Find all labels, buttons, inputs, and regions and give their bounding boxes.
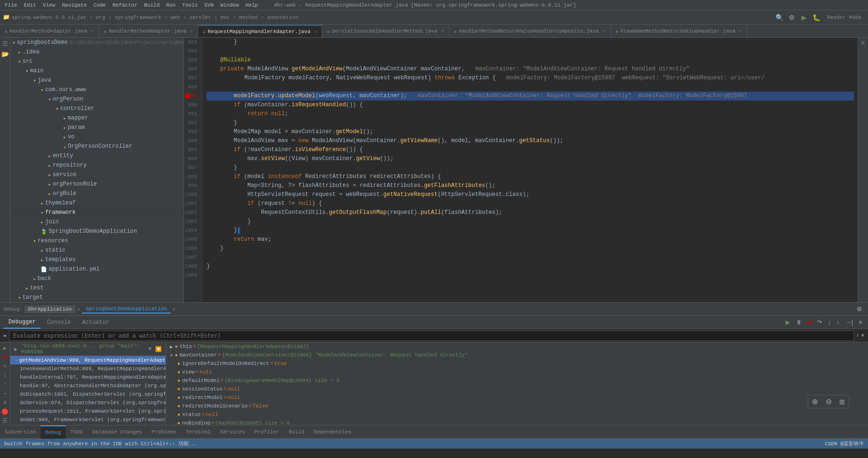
- tab-view-name-method[interactable]: ☕ ViewNameMethodReturnValueHandler.java …: [611, 25, 747, 37]
- tree-java[interactable]: ▾ java: [10, 76, 184, 85]
- var-ignore-default[interactable]: ● ignoreDefaultModelOnRedirect = true: [166, 359, 868, 368]
- actuator-tab[interactable]: Actuator: [77, 316, 114, 329]
- search-btn[interactable]: 🔍: [774, 12, 785, 23]
- var-mavcontainer[interactable]: ▾ ● mavContainer = {ModelAndViewContaine…: [166, 351, 868, 359]
- close-tab-3[interactable]: ✕: [314, 29, 317, 34]
- frame-item-0[interactable]: → getModelAndView:989, RequestMappingHan…: [10, 356, 166, 365]
- debug-structure-icon[interactable]: ☰: [1, 417, 9, 425]
- debug-eval-icon[interactable]: ≡: [1, 399, 9, 407]
- step-out-btn[interactable]: ↑: [835, 318, 842, 327]
- pause-btn[interactable]: ⏸: [794, 318, 804, 327]
- var-no-binding[interactable]: ● noBinding = {HashSet@16005} size = 0: [166, 419, 868, 425]
- tree-orgperson[interactable]: ▾ orgPerson: [10, 94, 184, 104]
- zoom-reset-btn[interactable]: ⊞: [836, 396, 848, 407]
- tree-static[interactable]: ▸ static: [10, 246, 184, 255]
- tree-service[interactable]: ▸ service: [10, 170, 184, 179]
- tree-mapper[interactable]: ▸ mapper: [10, 113, 184, 123]
- code-editor[interactable]: } @Nullable private ModelAndView getMode…: [203, 38, 858, 302]
- tree-root[interactable]: ▾ springbootsDemo D:\daidusync\disk\Idea…: [10, 38, 184, 47]
- eval-input[interactable]: [9, 331, 854, 341]
- bottom-tab-subversion[interactable]: Subversion: [0, 425, 41, 439]
- var-redirect-model[interactable]: ● redirectModel = null: [166, 393, 868, 402]
- var-default-model[interactable]: ● defaultModel = {BindingAwareModelMap@1…: [166, 376, 868, 385]
- run-btn[interactable]: ▶: [799, 12, 809, 23]
- menu-view[interactable]: View: [40, 1, 58, 9]
- tree-templates[interactable]: ▸ templates: [10, 255, 184, 264]
- debug-step-icon[interactable]: ↷: [1, 363, 9, 370]
- evaluate-btn[interactable]: ≡: [857, 318, 864, 327]
- tab-servlet-invocable[interactable]: ☕ ServletInvocableHandlerMethod.java ✕: [322, 25, 450, 37]
- run-to-cursor-btn[interactable]: →|: [843, 318, 855, 327]
- frame-item-4[interactable]: doDispatch:1081, DispatcherServlet (org.…: [10, 390, 166, 399]
- menu-run[interactable]: Run: [163, 1, 178, 9]
- tree-back[interactable]: ▸ back: [10, 274, 184, 283]
- var-session-status[interactable]: ● sessionStatus = null: [166, 385, 868, 393]
- menu-edit[interactable]: Edit: [21, 1, 39, 9]
- tree-idea[interactable]: ▸ .idea: [10, 47, 184, 57]
- menu-svn[interactable]: SVN: [201, 1, 217, 9]
- bottom-tab-dependencies[interactable]: Dependencies: [309, 425, 356, 439]
- debugger-tab[interactable]: Debugger: [4, 316, 41, 329]
- console-tab[interactable]: Console: [42, 316, 75, 329]
- bottom-tab-terminal[interactable]: Terminal: [181, 425, 216, 439]
- bottom-tab-build[interactable]: Build: [284, 425, 309, 439]
- bottom-tab-todo[interactable]: TODO: [66, 425, 87, 439]
- close-tab-2[interactable]: ✕: [190, 28, 193, 34]
- frame-item-1[interactable]: invokeHandlerMethod:889, RequestMappingH…: [10, 365, 166, 373]
- menu-refactor[interactable]: Refactor: [109, 1, 140, 9]
- frame-item-3[interactable]: handle:87, AbstractHandlerMethodAdapter …: [10, 382, 166, 390]
- frame-item-2[interactable]: handleInternal:797, RequestMappingHandle…: [10, 373, 166, 382]
- bottom-tab-profiler[interactable]: Profiler: [250, 425, 284, 439]
- frame-item-7[interactable]: doGet:903, FrameworkServlet (org.springf…: [10, 416, 166, 424]
- bottom-tab-debug[interactable]: Debug: [41, 425, 66, 439]
- frame-item-6[interactable]: processRequest:1011, FrameworkServlet (o…: [10, 407, 166, 416]
- close-springboot[interactable]: ✕: [173, 306, 175, 312]
- eval-expand-icon[interactable]: ⬆: [856, 332, 860, 339]
- tree-orgpersonrole[interactable]: ▸ orgPersonRole: [10, 179, 184, 189]
- var-status[interactable]: ● status = null: [166, 410, 868, 419]
- step-over-btn[interactable]: ↷: [815, 318, 824, 327]
- tab-handler-method-return[interactable]: ☕ HandlerMethodReturnValueHandlerComposi…: [450, 25, 611, 37]
- close-tab-4[interactable]: ✕: [442, 28, 444, 34]
- resume-btn[interactable]: ▶: [784, 318, 792, 327]
- zoom-out-btn[interactable]: ⊖: [823, 396, 835, 407]
- reader-mode-label[interactable]: Reader Mode: [823, 14, 865, 21]
- tree-com-ours[interactable]: ▾ com.ours.www: [10, 85, 184, 94]
- step-into-btn[interactable]: ↓: [826, 318, 833, 327]
- menu-tools[interactable]: Tools: [179, 1, 200, 9]
- var-redirect-model-scenario[interactable]: ● redirectModelScenario = false: [166, 402, 868, 410]
- eval-history-icon[interactable]: ▼: [861, 333, 864, 339]
- menu-code[interactable]: Code: [91, 1, 108, 9]
- tree-join[interactable]: ▸ join: [10, 217, 184, 227]
- var-view[interactable]: ● view = null: [166, 368, 868, 376]
- menu-navigate[interactable]: Navigate: [59, 1, 90, 9]
- menu-window[interactable]: Window: [217, 1, 242, 9]
- tree-springboot-app[interactable]: 🍃 Springboot3DemoApplication: [10, 227, 184, 236]
- filter-icon[interactable]: ▼: [148, 346, 151, 352]
- bottom-tab-database[interactable]: Database Changes: [87, 425, 147, 439]
- tree-resources[interactable]: ▾ resources: [10, 236, 184, 246]
- menu-file[interactable]: File: [2, 1, 20, 9]
- close-tab-5[interactable]: ✕: [603, 28, 606, 34]
- zoom-in-btn[interactable]: ⊕: [809, 396, 821, 407]
- tree-target[interactable]: ▾ target: [10, 293, 184, 302]
- settings-btn[interactable]: ⚙: [786, 12, 797, 23]
- tree-application-yml[interactable]: 📄 application.yml: [10, 264, 184, 274]
- tree-param[interactable]: ▸ param: [10, 123, 184, 132]
- tree-orgrole[interactable]: ▸ orgRole: [10, 189, 184, 198]
- close-dhr[interactable]: ✕: [77, 306, 80, 312]
- close-tab-6[interactable]: ✕: [739, 28, 742, 34]
- frame-item-5[interactable]: doService:974, DispatcherServlet (org.sp…: [10, 399, 166, 407]
- debug-into-icon[interactable]: ↓: [1, 372, 9, 379]
- springboot-app-tab[interactable]: Springboot3DemoApplication: [82, 305, 171, 314]
- close-tab-1[interactable]: ✕: [91, 28, 94, 34]
- debug-settings-btn[interactable]: ⚙: [855, 305, 864, 314]
- tree-vo[interactable]: ▸ vo: [10, 132, 184, 142]
- var-this[interactable]: ▶ ● this = {RequestMappingHandlerAdapter…: [166, 342, 868, 351]
- structure-right-icon[interactable]: ≡: [861, 40, 865, 47]
- tree-repository[interactable]: ▸ repository: [10, 161, 184, 170]
- tree-framework[interactable]: ▾ framework: [10, 208, 184, 217]
- stop-btn[interactable]: ■: [806, 318, 813, 327]
- debug-cursor-icon[interactable]: →: [1, 390, 9, 398]
- debug-run-btn[interactable]: 🐛: [811, 12, 821, 23]
